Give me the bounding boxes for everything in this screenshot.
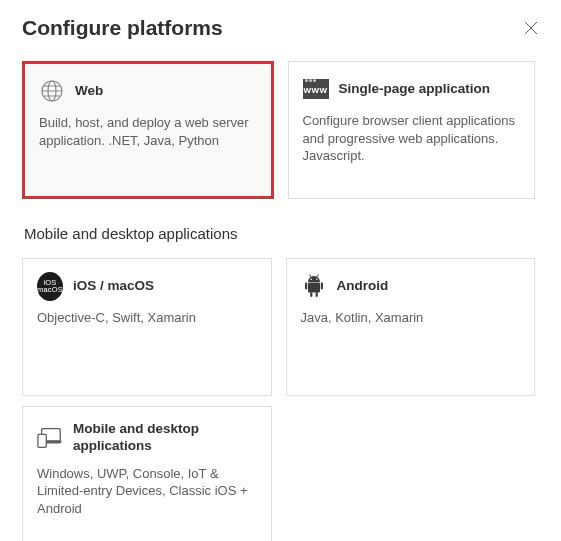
card-desc: Configure browser client applications an… <box>303 112 521 165</box>
desktop-platforms-row: Mobile and desktop applications Windows,… <box>22 406 535 541</box>
platform-card-web[interactable]: Web Build, host, and deploy a web server… <box>22 61 274 199</box>
section-title-mobile-desktop: Mobile and desktop applications <box>24 225 535 242</box>
platform-card-android[interactable]: Android Java, Kotlin, Xamarin <box>286 258 536 396</box>
page-title: Configure platforms <box>22 16 223 40</box>
panel-header: Configure platforms <box>0 0 561 50</box>
svg-line-9 <box>309 275 311 278</box>
svg-rect-12 <box>38 434 46 447</box>
svg-line-10 <box>317 275 319 278</box>
close-icon <box>524 21 538 35</box>
card-title: Single-page application <box>339 81 491 98</box>
card-desc: Build, host, and deploy a web server app… <box>39 114 257 149</box>
card-head: Mobile and desktop applications <box>37 421 257 455</box>
web-platforms-row: Web Build, host, and deploy a web server… <box>22 61 535 199</box>
empty-slot <box>286 406 536 541</box>
card-desc: Objective-C, Swift, Xamarin <box>37 309 257 327</box>
svg-point-7 <box>310 279 312 281</box>
close-button[interactable] <box>523 20 539 36</box>
svg-point-8 <box>316 279 318 281</box>
card-head: WWW Single-page application <box>303 76 521 102</box>
ios-macos-icon: iOS macOS <box>37 273 63 299</box>
svg-rect-4 <box>320 283 322 290</box>
card-title: iOS / macOS <box>73 278 154 295</box>
svg-rect-5 <box>310 292 312 297</box>
platform-card-mobile-desktop[interactable]: Mobile and desktop applications Windows,… <box>22 406 272 541</box>
card-title: Web <box>75 83 103 100</box>
card-desc: Windows, UWP, Console, IoT & Limited-ent… <box>37 465 257 518</box>
card-desc: Java, Kotlin, Xamarin <box>301 309 521 327</box>
card-head: Web <box>39 78 257 104</box>
ios-icon-line2: macOS <box>37 286 63 294</box>
mobile-platforms-row: iOS macOS iOS / macOS Objective-C, Swift… <box>22 258 535 396</box>
svg-rect-3 <box>305 283 307 290</box>
platform-card-ios-macos[interactable]: iOS macOS iOS / macOS Objective-C, Swift… <box>22 258 272 396</box>
svg-rect-6 <box>315 292 317 297</box>
card-title: Android <box>337 278 389 295</box>
platform-scroll-area[interactable]: Web Build, host, and deploy a web server… <box>0 55 543 541</box>
android-icon <box>301 273 327 299</box>
card-head: iOS macOS iOS / macOS <box>37 273 257 299</box>
card-title: Mobile and desktop applications <box>73 421 257 455</box>
browser-www-icon: WWW <box>303 76 329 102</box>
devices-icon <box>37 425 63 451</box>
card-head: Android <box>301 273 521 299</box>
globe-icon <box>39 78 65 104</box>
svg-rect-2 <box>308 283 320 293</box>
platform-card-spa[interactable]: WWW Single-page application Configure br… <box>288 61 536 199</box>
